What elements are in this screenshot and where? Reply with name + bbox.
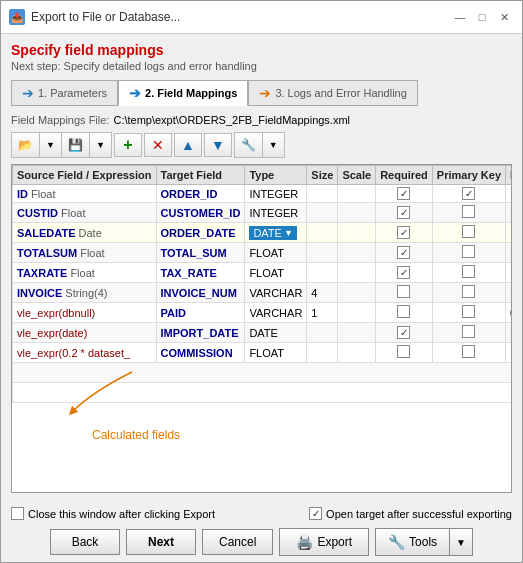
primarykey-field[interactable] bbox=[432, 203, 505, 223]
tab-parameters[interactable]: ➔ 1. Parameters bbox=[11, 80, 118, 106]
target-field: TOTAL_SUM bbox=[156, 243, 245, 263]
required-field[interactable] bbox=[376, 323, 433, 343]
size-field bbox=[307, 343, 338, 363]
required-field[interactable] bbox=[376, 223, 433, 243]
target-field: PAID bbox=[156, 303, 245, 323]
title-bar: 📤 Export to File or Database... — □ ✕ bbox=[1, 1, 522, 34]
source-field: vle_expr(dbnull) bbox=[13, 303, 157, 323]
main-content: Specify field mappings Next step: Specif… bbox=[1, 34, 522, 501]
delete-mapping-button[interactable]: ✕ bbox=[144, 133, 172, 157]
close-after-export-item: Close this window after clicking Export bbox=[11, 507, 215, 520]
save-button[interactable]: 💾 bbox=[62, 133, 90, 157]
col-source: Source Field / Expression bbox=[13, 166, 157, 185]
size-field bbox=[307, 223, 338, 243]
default-field bbox=[506, 203, 512, 223]
table-row[interactable]: TOTALSUM Float TOTAL_SUM FLOAT bbox=[13, 243, 513, 263]
scale-field bbox=[338, 223, 376, 243]
fire-group: 🔧 ▼ bbox=[234, 132, 285, 158]
required-field[interactable] bbox=[376, 343, 433, 363]
dropdown-arrow-fire[interactable]: ▼ bbox=[263, 133, 284, 157]
table-row[interactable]: INVOICE String(4) INVOICE_NUM VARCHAR 4 bbox=[13, 283, 513, 303]
tab-field-mappings-label: 2. Field Mappings bbox=[145, 87, 237, 99]
size-field bbox=[307, 323, 338, 343]
required-field[interactable] bbox=[376, 283, 433, 303]
primarykey-field[interactable] bbox=[432, 343, 505, 363]
back-button[interactable]: Back bbox=[50, 529, 120, 555]
primarykey-field[interactable] bbox=[432, 223, 505, 243]
dropdown-arrow-save[interactable]: ▼ bbox=[90, 133, 111, 157]
size-field: 1 bbox=[307, 303, 338, 323]
type-field: DATE bbox=[245, 323, 307, 343]
export-button[interactable]: 🖨️ Export bbox=[279, 528, 369, 556]
export-icon: 🖨️ bbox=[296, 534, 313, 550]
move-up-button[interactable]: ▲ bbox=[174, 133, 202, 157]
source-field: INVOICE String(4) bbox=[13, 283, 157, 303]
table-row[interactable]: CUSTID Float CUSTOMER_ID INTEGER bbox=[13, 203, 513, 223]
window-title: Export to File or Database... bbox=[31, 10, 180, 24]
table-row[interactable]: SALEDATE Date ORDER_DATE DATE ▼ bbox=[13, 223, 513, 243]
open-target-item: Open target after successful exporting bbox=[309, 507, 512, 520]
annotation-label: Calculated fields bbox=[92, 428, 180, 442]
primarykey-field[interactable] bbox=[432, 323, 505, 343]
size-field bbox=[307, 243, 338, 263]
scale-field bbox=[338, 343, 376, 363]
required-field[interactable] bbox=[376, 185, 433, 203]
table-row[interactable]: ID Float ORDER_ID INTEGER bbox=[13, 185, 513, 203]
maximize-button[interactable]: □ bbox=[472, 7, 492, 27]
minimize-button[interactable]: — bbox=[450, 7, 470, 27]
fire-button[interactable]: 🔧 bbox=[235, 133, 263, 157]
primarykey-field[interactable] bbox=[432, 283, 505, 303]
primarykey-field[interactable] bbox=[432, 185, 505, 203]
table-row-empty bbox=[13, 383, 513, 403]
cancel-button[interactable]: Cancel bbox=[202, 529, 273, 555]
open-target-checkbox[interactable] bbox=[309, 507, 322, 520]
mappings-table: Source Field / Expression Target Field T… bbox=[12, 165, 512, 403]
table-row[interactable]: vle_expr(dbnull) PAID VARCHAR 1 0 bbox=[13, 303, 513, 323]
move-down-button[interactable]: ▼ bbox=[204, 133, 232, 157]
next-button[interactable]: Next bbox=[126, 529, 196, 555]
table-row[interactable]: vle_expr(date) IMPORT_DATE DATE bbox=[13, 323, 513, 343]
col-scale: Scale bbox=[338, 166, 376, 185]
primarykey-field[interactable] bbox=[432, 303, 505, 323]
table-row[interactable]: vle_expr(0.2 * dataset_ COMMISSION FLOAT bbox=[13, 343, 513, 363]
next-label: Next bbox=[148, 535, 174, 549]
source-field: vle_expr(date) bbox=[13, 323, 157, 343]
tab-field-mappings[interactable]: ➔ 2. Field Mappings bbox=[118, 80, 248, 106]
required-field[interactable] bbox=[376, 203, 433, 223]
default-field bbox=[506, 185, 512, 203]
tab-arrow-3: ➔ bbox=[259, 85, 271, 101]
source-field: TAXRATE Float bbox=[13, 263, 157, 283]
open-save-group: 📂 ▼ 💾 ▼ bbox=[11, 132, 112, 158]
required-field[interactable] bbox=[376, 243, 433, 263]
table-row[interactable]: TAXRATE Float TAX_RATE FLOAT bbox=[13, 263, 513, 283]
default-field bbox=[506, 263, 512, 283]
date-type-badge[interactable]: DATE ▼ bbox=[249, 226, 296, 240]
tools-main-button[interactable]: 🔧 Tools bbox=[376, 529, 450, 555]
primarykey-field[interactable] bbox=[432, 263, 505, 283]
tools-dropdown-button[interactable]: ▼ bbox=[450, 529, 472, 555]
target-field: ORDER_ID bbox=[156, 185, 245, 203]
toolbar: 📂 ▼ 💾 ▼ + ✕ ▲ ▼ 🔧 ▼ bbox=[11, 132, 512, 158]
type-field: VARCHAR bbox=[245, 303, 307, 323]
required-field[interactable] bbox=[376, 303, 433, 323]
add-mapping-button[interactable]: + bbox=[114, 133, 142, 157]
default-field bbox=[506, 223, 512, 243]
open-button[interactable]: 📂 bbox=[12, 133, 40, 157]
primarykey-field[interactable] bbox=[432, 243, 505, 263]
title-controls: — □ ✕ bbox=[450, 7, 514, 27]
scale-field bbox=[338, 185, 376, 203]
scale-field bbox=[338, 283, 376, 303]
title-bar-left: 📤 Export to File or Database... bbox=[9, 9, 180, 25]
tab-logs[interactable]: ➔ 3. Logs and Error Handling bbox=[248, 80, 417, 106]
type-field: INTEGER bbox=[245, 203, 307, 223]
type-field: DATE ▼ bbox=[245, 223, 307, 243]
dropdown-arrow-open[interactable]: ▼ bbox=[40, 133, 62, 157]
type-field: FLOAT bbox=[245, 343, 307, 363]
action-buttons: Back Next Cancel 🖨️ Export 🔧 Tools ▼ bbox=[11, 528, 512, 556]
close-button[interactable]: ✕ bbox=[494, 7, 514, 27]
required-field[interactable] bbox=[376, 263, 433, 283]
close-after-export-checkbox[interactable] bbox=[11, 507, 24, 520]
mappings-table-container[interactable]: Source Field / Expression Target Field T… bbox=[11, 164, 512, 493]
footer: Close this window after clicking Export … bbox=[1, 501, 522, 562]
scale-field bbox=[338, 243, 376, 263]
